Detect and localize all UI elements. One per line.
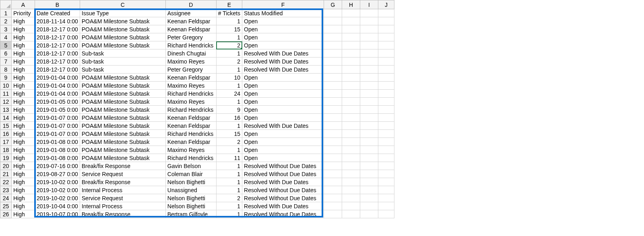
row-header-9[interactable]: 9 — [0, 74, 12, 82]
row-header-2[interactable]: 2 — [0, 17, 12, 25]
cell-I12[interactable] — [360, 98, 378, 106]
cell-E19[interactable]: 11 — [216, 154, 242, 162]
cell-E24[interactable]: 2 — [216, 194, 242, 202]
cell-C21[interactable]: Service Request — [80, 170, 165, 178]
cell-G5[interactable] — [324, 41, 342, 49]
cell-C19[interactable]: POA&M Milestone Subtask — [80, 154, 165, 162]
col-header-D[interactable]: D — [165, 0, 216, 9]
cell-H13[interactable] — [342, 106, 360, 114]
cell-D26[interactable]: Bertram Gilfoyle — [165, 210, 216, 218]
cell-D17[interactable]: Keenan Feldspar — [165, 138, 216, 146]
cell-C22[interactable]: Break/fix Response — [80, 178, 165, 186]
col-header-A[interactable]: A — [12, 0, 35, 9]
cell-B8[interactable]: 2018-12-17 0:00 — [35, 66, 80, 74]
cell-J16[interactable] — [378, 130, 394, 138]
cell-H3[interactable] — [342, 25, 360, 33]
cell-I17[interactable] — [360, 138, 378, 146]
cell-B23[interactable]: 2019-10-02 0:00 — [35, 186, 80, 194]
cell-J14[interactable] — [378, 114, 394, 122]
cell-I22[interactable] — [360, 178, 378, 186]
cell-E25[interactable]: 1 — [216, 202, 242, 210]
cell-F7[interactable]: Resolved With Due Dates — [242, 57, 324, 66]
cell-H18[interactable] — [342, 146, 360, 154]
cell-C24[interactable]: Service Request — [80, 194, 165, 202]
cell-I20[interactable] — [360, 162, 378, 170]
cell-D23[interactable]: Unassigned — [165, 186, 216, 194]
row-header-4[interactable]: 4 — [0, 33, 12, 41]
cell-B5[interactable]: 2018-12-17 0:00 — [35, 41, 80, 49]
spreadsheet-grid[interactable]: ABCDEFGHIJ 1PriorityDate CreatedIssue Ty… — [0, 0, 419, 218]
cell-I21[interactable] — [360, 170, 378, 178]
row-header-10[interactable]: 10 — [0, 82, 12, 90]
cell-H15[interactable] — [342, 122, 360, 130]
cell-F10[interactable]: Open — [242, 82, 324, 90]
cell-E21[interactable]: 1 — [216, 170, 242, 178]
cell-G19[interactable] — [324, 154, 342, 162]
cell-E4[interactable]: 1 — [216, 33, 242, 41]
cell-B11[interactable]: 2019-01-04 0:00 — [35, 90, 80, 98]
cell-A10[interactable]: High — [12, 82, 35, 90]
cell-B4[interactable]: 2018-12-17 0:00 — [35, 33, 80, 41]
cell-I1[interactable] — [360, 9, 378, 17]
cell-G23[interactable] — [324, 186, 342, 194]
cell-B16[interactable]: 2019-01-07 0:00 — [35, 130, 80, 138]
cell-E7[interactable]: 2 — [216, 57, 242, 66]
cell-F3[interactable]: Open — [242, 25, 324, 33]
cell-H17[interactable] — [342, 138, 360, 146]
cell-G4[interactable] — [324, 33, 342, 41]
row-header-12[interactable]: 12 — [0, 98, 12, 106]
cell-F11[interactable]: Open — [242, 90, 324, 98]
cell-F14[interactable]: Open — [242, 114, 324, 122]
cell-I16[interactable] — [360, 130, 378, 138]
cell-F20[interactable]: Resolved Without Due Dates — [242, 162, 324, 170]
cell-F19[interactable]: Open — [242, 154, 324, 162]
cell-D2[interactable]: Keenan Feldspar — [165, 17, 216, 25]
cell-B17[interactable]: 2019-01-08 0:00 — [35, 138, 80, 146]
cell-D10[interactable]: Maximo Reyes — [165, 82, 216, 90]
cell-F9[interactable]: Open — [242, 74, 324, 82]
cell-E23[interactable]: 1 — [216, 186, 242, 194]
row-header-8[interactable]: 8 — [0, 66, 12, 74]
cell-I10[interactable] — [360, 82, 378, 90]
cell-D8[interactable]: Peter Gregory — [165, 66, 216, 74]
cell-C18[interactable]: POA&M Milestone Subtask — [80, 146, 165, 154]
cell-I25[interactable] — [360, 202, 378, 210]
cell-A19[interactable]: High — [12, 154, 35, 162]
cell-F1[interactable]: Status Modified — [242, 9, 324, 17]
col-header-F[interactable]: F — [242, 0, 324, 9]
cell-H9[interactable] — [342, 74, 360, 82]
cell-E18[interactable]: 1 — [216, 146, 242, 154]
cell-I26[interactable] — [360, 210, 378, 218]
cell-J4[interactable] — [378, 33, 394, 41]
row-header-23[interactable]: 23 — [0, 186, 12, 194]
cell-E13[interactable]: 9 — [216, 106, 242, 114]
cell-G20[interactable] — [324, 162, 342, 170]
cell-H19[interactable] — [342, 154, 360, 162]
cell-G2[interactable] — [324, 17, 342, 25]
cell-F17[interactable]: Open — [242, 138, 324, 146]
cell-A23[interactable]: High — [12, 186, 35, 194]
cell-B24[interactable]: 2019-10-02 0:00 — [35, 194, 80, 202]
row-header-15[interactable]: 15 — [0, 122, 12, 130]
cell-C6[interactable]: Sub-task — [80, 49, 165, 57]
row-header-25[interactable]: 25 — [0, 202, 12, 210]
cell-D21[interactable]: Coleman Blair — [165, 170, 216, 178]
cell-J20[interactable] — [378, 162, 394, 170]
cell-B3[interactable]: 2018-12-17 0:00 — [35, 25, 80, 33]
cell-G22[interactable] — [324, 178, 342, 186]
cell-E22[interactable]: 1 — [216, 178, 242, 186]
cell-E8[interactable]: 1 — [216, 66, 242, 74]
cell-G24[interactable] — [324, 194, 342, 202]
cell-E9[interactable]: 10 — [216, 74, 242, 82]
cell-B18[interactable]: 2019-01-08 0:00 — [35, 146, 80, 154]
cell-G21[interactable] — [324, 170, 342, 178]
cell-H5[interactable] — [342, 41, 360, 49]
cell-J7[interactable] — [378, 57, 394, 66]
cell-H24[interactable] — [342, 194, 360, 202]
col-header-E[interactable]: E — [216, 0, 242, 9]
cell-C14[interactable]: POA&M Milestone Subtask — [80, 114, 165, 122]
cell-G17[interactable] — [324, 138, 342, 146]
cell-J24[interactable] — [378, 194, 394, 202]
cell-D22[interactable]: Nelson Bighetti — [165, 178, 216, 186]
cell-C16[interactable]: POA&M Milestone Subtask — [80, 130, 165, 138]
